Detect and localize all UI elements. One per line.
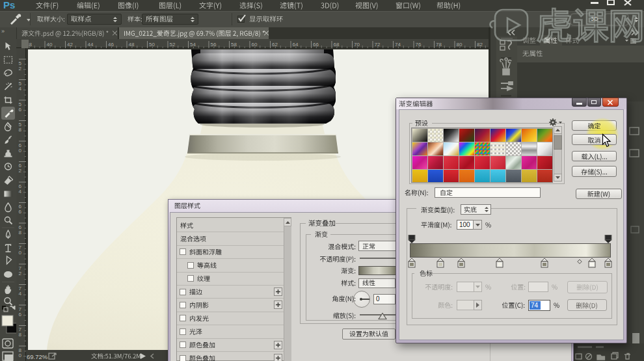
svg-text:44: 44: [88, 42, 94, 47]
svg-text:4: 4: [19, 189, 22, 194]
svg-text:78: 78: [436, 42, 442, 47]
svg-text:2: 2: [19, 66, 22, 72]
svg-text:68: 68: [334, 42, 340, 47]
svg-text:60: 60: [252, 42, 258, 47]
svg-text:58: 58: [231, 42, 237, 47]
svg-text:8: 8: [19, 332, 22, 338]
svg-text:6: 6: [19, 209, 22, 215]
svg-text:62: 62: [272, 42, 278, 47]
svg-text:6: 6: [19, 312, 22, 317]
svg-text:0: 0: [19, 250, 22, 256]
svg-text:4: 4: [19, 291, 22, 297]
svg-text:64: 64: [293, 42, 299, 47]
svg-text:56: 56: [211, 42, 217, 47]
svg-text:52: 52: [170, 42, 176, 47]
svg-text:82: 82: [477, 42, 483, 47]
svg-text:70: 70: [354, 42, 360, 47]
svg-text:40: 40: [47, 42, 53, 47]
svg-text:6: 6: [19, 107, 22, 113]
svg-text:8: 8: [19, 127, 22, 133]
svg-text:80: 80: [457, 42, 463, 47]
svg-text:46: 46: [108, 42, 114, 47]
svg-text:2: 2: [19, 271, 22, 276]
svg-text:42: 42: [67, 42, 73, 47]
svg-text:0: 0: [19, 148, 22, 154]
svg-text:4: 4: [19, 86, 22, 92]
svg-text:50: 50: [149, 42, 155, 47]
svg-text:74: 74: [395, 42, 401, 47]
svg-text:66: 66: [313, 42, 319, 47]
svg-text:72: 72: [375, 42, 381, 47]
svg-text:54: 54: [190, 42, 196, 47]
svg-text:48: 48: [129, 42, 135, 47]
svg-text:0: 0: [19, 353, 22, 358]
svg-text:2: 2: [19, 168, 22, 174]
svg-text:76: 76: [416, 42, 422, 47]
